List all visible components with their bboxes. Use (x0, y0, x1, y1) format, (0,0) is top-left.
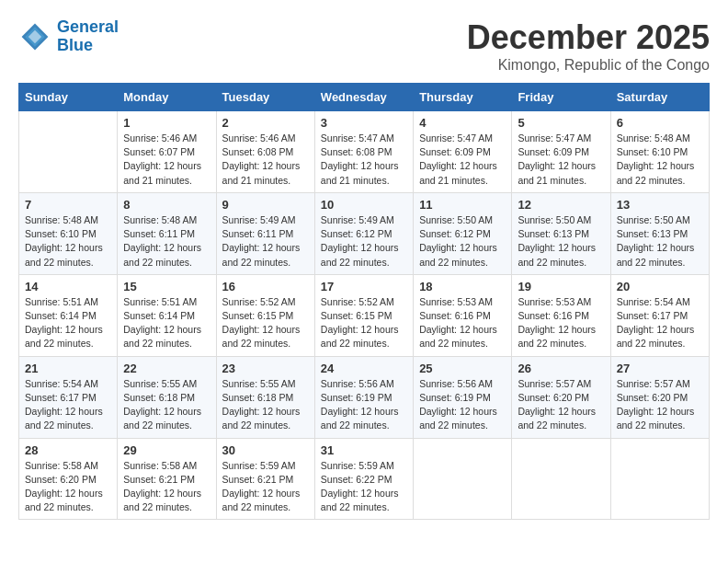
header-tuesday: Tuesday (216, 84, 314, 111)
calendar-cell-w4-d0: 21Sunrise: 5:54 AM Sunset: 6:17 PM Dayli… (19, 356, 118, 438)
logo-icon (18, 20, 51, 53)
day-info-11: Sunrise: 5:50 AM Sunset: 6:12 PM Dayligh… (419, 213, 506, 270)
calendar-cell-w4-d5: 26Sunrise: 5:57 AM Sunset: 6:20 PM Dayli… (512, 356, 610, 438)
day-number-9: 9 (222, 198, 309, 212)
day-number-29: 29 (123, 443, 210, 457)
calendar-cell-w1-d6: 6Sunrise: 5:48 AM Sunset: 6:10 PM Daylig… (610, 111, 709, 193)
day-info-31: Sunrise: 5:59 AM Sunset: 6:22 PM Dayligh… (321, 459, 407, 515)
day-number-4: 4 (419, 116, 506, 130)
calendar-cell-w1-d4: 4Sunrise: 5:47 AM Sunset: 6:09 PM Daylig… (414, 111, 512, 193)
day-info-21: Sunrise: 5:54 AM Sunset: 6:17 PM Dayligh… (25, 377, 111, 433)
day-info-18: Sunrise: 5:53 AM Sunset: 6:16 PM Dayligh… (419, 295, 506, 351)
calendar-cell-w1-d0 (19, 111, 118, 193)
day-info-27: Sunrise: 5:57 AM Sunset: 6:20 PM Dayligh… (617, 377, 703, 433)
calendar-cell-w2-d6: 13Sunrise: 5:50 AM Sunset: 6:13 PM Dayli… (610, 192, 709, 274)
logo-blue: Blue (57, 36, 93, 54)
day-number-15: 15 (123, 280, 210, 293)
calendar-cell-w3-d3: 17Sunrise: 5:52 AM Sunset: 6:15 PM Dayli… (314, 274, 413, 356)
calendar-cell-w5-d5 (512, 438, 610, 520)
day-number-26: 26 (518, 362, 604, 375)
weekday-header-row: Sunday Monday Tuesday Wednesday Thursday… (19, 84, 710, 111)
day-info-2: Sunrise: 5:46 AM Sunset: 6:08 PM Dayligh… (222, 132, 309, 188)
calendar-table: Sunday Monday Tuesday Wednesday Thursday… (18, 83, 710, 520)
day-info-5: Sunrise: 5:47 AM Sunset: 6:09 PM Dayligh… (518, 132, 604, 188)
day-number-31: 31 (321, 443, 407, 457)
location-title: Kimongo, Republic of the Congo (467, 57, 710, 74)
calendar-cell-w2-d0: 7Sunrise: 5:48 AM Sunset: 6:10 PM Daylig… (19, 192, 118, 274)
calendar-cell-w4-d4: 25Sunrise: 5:56 AM Sunset: 6:19 PM Dayli… (414, 356, 512, 438)
day-number-14: 14 (25, 280, 111, 293)
calendar-cell-w3-d5: 19Sunrise: 5:53 AM Sunset: 6:16 PM Dayli… (512, 274, 610, 356)
header-saturday: Saturday (610, 84, 709, 111)
day-number-25: 25 (419, 362, 506, 375)
calendar-cell-w2-d2: 9Sunrise: 5:49 AM Sunset: 6:11 PM Daylig… (216, 192, 314, 274)
day-info-7: Sunrise: 5:48 AM Sunset: 6:10 PM Dayligh… (25, 213, 111, 270)
calendar-cell-w4-d2: 23Sunrise: 5:55 AM Sunset: 6:18 PM Dayli… (216, 356, 314, 438)
header-monday: Monday (118, 84, 216, 111)
calendar-cell-w3-d4: 18Sunrise: 5:53 AM Sunset: 6:16 PM Dayli… (414, 274, 512, 356)
calendar-cell-w2-d1: 8Sunrise: 5:48 AM Sunset: 6:11 PM Daylig… (118, 192, 216, 274)
header: General Blue December 2025 Kimongo, Repu… (18, 18, 710, 74)
logo: General Blue (18, 18, 119, 55)
calendar-cell-w1-d3: 3Sunrise: 5:47 AM Sunset: 6:08 PM Daylig… (314, 111, 413, 193)
day-info-20: Sunrise: 5:54 AM Sunset: 6:17 PM Dayligh… (617, 295, 703, 351)
day-info-24: Sunrise: 5:56 AM Sunset: 6:19 PM Dayligh… (321, 377, 407, 433)
calendar-cell-w4-d3: 24Sunrise: 5:56 AM Sunset: 6:19 PM Dayli… (314, 356, 413, 438)
day-number-8: 8 (123, 198, 210, 212)
day-number-6: 6 (617, 116, 703, 130)
calendar-cell-w4-d1: 22Sunrise: 5:55 AM Sunset: 6:18 PM Dayli… (118, 356, 216, 438)
day-info-8: Sunrise: 5:48 AM Sunset: 6:11 PM Dayligh… (123, 213, 210, 270)
day-info-17: Sunrise: 5:52 AM Sunset: 6:15 PM Dayligh… (321, 295, 407, 351)
header-thursday: Thursday (414, 84, 512, 111)
calendar-cell-w1-d1: 1Sunrise: 5:46 AM Sunset: 6:07 PM Daylig… (118, 111, 216, 193)
day-number-30: 30 (222, 443, 309, 457)
day-info-28: Sunrise: 5:58 AM Sunset: 6:20 PM Dayligh… (25, 459, 111, 515)
day-number-5: 5 (518, 116, 604, 130)
day-number-17: 17 (321, 280, 407, 293)
day-number-2: 2 (222, 116, 309, 130)
day-info-9: Sunrise: 5:49 AM Sunset: 6:11 PM Dayligh… (222, 213, 309, 270)
week-row-1: 1Sunrise: 5:46 AM Sunset: 6:07 PM Daylig… (19, 111, 710, 193)
day-number-28: 28 (25, 443, 111, 457)
calendar-cell-w3-d1: 15Sunrise: 5:51 AM Sunset: 6:14 PM Dayli… (118, 274, 216, 356)
header-friday: Friday (512, 84, 610, 111)
week-row-4: 21Sunrise: 5:54 AM Sunset: 6:17 PM Dayli… (19, 356, 710, 438)
calendar-cell-w5-d2: 30Sunrise: 5:59 AM Sunset: 6:21 PM Dayli… (216, 438, 314, 520)
day-info-23: Sunrise: 5:55 AM Sunset: 6:18 PM Dayligh… (222, 377, 309, 433)
calendar-cell-w5-d0: 28Sunrise: 5:58 AM Sunset: 6:20 PM Dayli… (19, 438, 118, 520)
week-row-3: 14Sunrise: 5:51 AM Sunset: 6:14 PM Dayli… (19, 274, 710, 356)
day-info-22: Sunrise: 5:55 AM Sunset: 6:18 PM Dayligh… (123, 377, 210, 433)
calendar-cell-w5-d6 (610, 438, 709, 520)
calendar-cell-w5-d3: 31Sunrise: 5:59 AM Sunset: 6:22 PM Dayli… (314, 438, 413, 520)
calendar-cell-w5-d1: 29Sunrise: 5:58 AM Sunset: 6:21 PM Dayli… (118, 438, 216, 520)
day-number-16: 16 (222, 280, 309, 293)
day-number-7: 7 (25, 198, 111, 212)
day-number-22: 22 (123, 362, 210, 375)
day-info-4: Sunrise: 5:47 AM Sunset: 6:09 PM Dayligh… (419, 132, 506, 188)
day-number-10: 10 (321, 198, 407, 212)
day-info-30: Sunrise: 5:59 AM Sunset: 6:21 PM Dayligh… (222, 459, 309, 515)
calendar-cell-w2-d5: 12Sunrise: 5:50 AM Sunset: 6:13 PM Dayli… (512, 192, 610, 274)
logo-text: General Blue (57, 18, 119, 55)
day-info-14: Sunrise: 5:51 AM Sunset: 6:14 PM Dayligh… (25, 295, 111, 351)
day-info-3: Sunrise: 5:47 AM Sunset: 6:08 PM Dayligh… (321, 132, 407, 188)
day-info-6: Sunrise: 5:48 AM Sunset: 6:10 PM Dayligh… (617, 132, 703, 188)
calendar-cell-w3-d0: 14Sunrise: 5:51 AM Sunset: 6:14 PM Dayli… (19, 274, 118, 356)
header-sunday: Sunday (19, 84, 118, 111)
logo-general: General (57, 17, 119, 36)
calendar-cell-w1-d5: 5Sunrise: 5:47 AM Sunset: 6:09 PM Daylig… (512, 111, 610, 193)
calendar-cell-w3-d2: 16Sunrise: 5:52 AM Sunset: 6:15 PM Dayli… (216, 274, 314, 356)
day-number-13: 13 (617, 198, 703, 212)
day-info-16: Sunrise: 5:52 AM Sunset: 6:15 PM Dayligh… (222, 295, 309, 351)
calendar-cell-w4-d6: 27Sunrise: 5:57 AM Sunset: 6:20 PM Dayli… (610, 356, 709, 438)
calendar-cell-w2-d4: 11Sunrise: 5:50 AM Sunset: 6:12 PM Dayli… (414, 192, 512, 274)
day-info-13: Sunrise: 5:50 AM Sunset: 6:13 PM Dayligh… (617, 213, 703, 270)
day-number-23: 23 (222, 362, 309, 375)
day-info-19: Sunrise: 5:53 AM Sunset: 6:16 PM Dayligh… (518, 295, 604, 351)
page-container: General Blue December 2025 Kimongo, Repu… (18, 18, 710, 520)
day-number-1: 1 (123, 116, 210, 130)
day-info-29: Sunrise: 5:58 AM Sunset: 6:21 PM Dayligh… (123, 459, 210, 515)
day-number-19: 19 (518, 280, 604, 293)
day-number-21: 21 (25, 362, 111, 375)
day-number-20: 20 (617, 280, 703, 293)
